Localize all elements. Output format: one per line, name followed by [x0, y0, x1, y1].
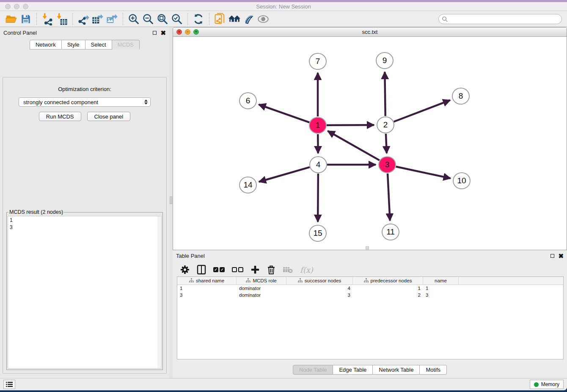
mcds-result-box[interactable]: 1 3 — [8, 216, 162, 369]
tab-mcds[interactable]: MCDS — [112, 40, 140, 50]
tab-network-table[interactable]: Network Table — [373, 365, 420, 375]
table-cell[interactable]: 2 — [353, 293, 423, 298]
graph-node-7[interactable]: 7 — [309, 53, 327, 70]
graph-node-11[interactable]: 11 — [382, 224, 399, 240]
table-row[interactable]: 3dominator323 — [177, 292, 563, 298]
table-cell[interactable]: dominator — [237, 293, 286, 298]
table-cell[interactable]: 3 — [286, 293, 353, 298]
table-cell[interactable]: 1 — [177, 286, 237, 291]
network-window-titlebar[interactable]: × − + scc.txt — [173, 28, 567, 37]
close-window-button[interactable] — [5, 4, 11, 9]
close-table-panel-icon[interactable]: ✖ — [558, 254, 564, 258]
memory-button[interactable]: Memory — [530, 380, 564, 389]
network-canvas[interactable]: 7968124314101511 — [173, 37, 567, 250]
search-field[interactable] — [438, 14, 562, 24]
graph-edge-3-1[interactable] — [328, 131, 379, 160]
maximize-window-button[interactable] — [23, 4, 28, 9]
trash-icon[interactable] — [267, 263, 275, 276]
homes-icon[interactable] — [227, 12, 242, 26]
import-network-icon[interactable] — [40, 12, 55, 26]
column-header-name[interactable]: name — [423, 277, 459, 284]
graph-edge-1-6[interactable] — [259, 105, 309, 122]
tab-edge-table[interactable]: Edge Table — [333, 365, 373, 375]
graph-node-10[interactable]: 10 — [453, 172, 471, 189]
graph-edge-3-11[interactable] — [388, 174, 390, 221]
graph-edge-2-3[interactable] — [386, 134, 387, 153]
graph-node-15[interactable]: 15 — [309, 225, 327, 242]
column-header-predecessor-nodes[interactable]: predecessor nodes — [353, 277, 423, 284]
network-close-button[interactable]: × — [176, 29, 182, 35]
gear-icon[interactable] — [180, 263, 190, 276]
panel-divider[interactable] — [169, 27, 173, 378]
graph-node-2[interactable]: 2 — [377, 116, 394, 133]
zoom-selected-icon[interactable] — [170, 12, 184, 26]
minimize-window-button[interactable] — [14, 4, 19, 9]
node-table[interactable]: shared nameMCDS rolesuccessor nodesprede… — [177, 276, 564, 359]
search-input[interactable] — [448, 15, 561, 23]
column-header-shared-name[interactable]: shared name — [177, 277, 237, 284]
task-history-button[interactable] — [3, 380, 15, 389]
control-panel-tabs: Network Style Select MCDS — [0, 40, 169, 50]
graph-node-6[interactable]: 6 — [239, 92, 257, 109]
canvas-grip-icon[interactable] — [366, 246, 369, 249]
export-network-icon[interactable] — [76, 12, 91, 26]
graph-edge-3-10[interactable] — [396, 166, 451, 178]
eye-icon[interactable] — [256, 12, 270, 26]
table-cell[interactable]: 3 — [177, 293, 237, 298]
close-panel-button[interactable]: Close panel — [87, 112, 131, 121]
graph-node-3[interactable]: 3 — [378, 156, 396, 173]
table-row[interactable]: 1dominator411 — [177, 285, 563, 292]
run-mcds-button[interactable]: Run MCDS — [39, 112, 81, 121]
column-header-successor-nodes[interactable]: successor nodes — [286, 277, 353, 284]
table-cell[interactable]: 4 — [286, 286, 353, 291]
refresh-icon[interactable] — [191, 12, 206, 26]
memory-status-icon — [534, 382, 539, 387]
criterion-select[interactable]: strongly connected component — [19, 97, 151, 107]
add-icon[interactable] — [250, 263, 260, 276]
graph-node-9[interactable]: 9 — [376, 52, 394, 69]
zoom-out-icon[interactable] — [141, 12, 155, 26]
deselect-all-icon[interactable] — [232, 267, 243, 272]
graph-edge-1-2[interactable] — [327, 125, 374, 125]
export-image-icon[interactable] — [105, 12, 119, 26]
column-header-MCDS-role[interactable]: MCDS role — [237, 277, 286, 284]
tab-motifs[interactable]: Motifs — [420, 365, 447, 375]
table-cell[interactable]: dominator — [237, 286, 286, 291]
network-maximize-button[interactable]: + — [193, 29, 199, 35]
save-icon[interactable] — [19, 12, 33, 26]
tab-select[interactable]: Select — [85, 40, 112, 50]
float-table-panel-icon[interactable] — [550, 254, 554, 258]
graph-node-8[interactable]: 8 — [452, 88, 470, 105]
tab-node-table[interactable]: Node Table — [293, 365, 333, 375]
graph-node-1[interactable]: 1 — [309, 117, 327, 134]
result-scrollbar[interactable] — [157, 216, 161, 368]
graph-edge-4-15[interactable] — [318, 174, 318, 222]
import-table-icon[interactable] — [55, 12, 69, 26]
tab-style[interactable]: Style — [62, 40, 85, 50]
network-window-title: scc.txt — [362, 29, 378, 35]
columns-icon[interactable] — [197, 263, 206, 276]
zoom-in-icon[interactable] — [127, 12, 141, 26]
graph-edge-2-9[interactable] — [385, 72, 385, 116]
style-brush-icon[interactable] — [242, 12, 256, 26]
table-panel-title: Table Panel — [176, 253, 205, 259]
table-cell[interactable]: 3 — [423, 293, 459, 298]
close-panel-icon[interactable]: ✖ — [160, 31, 166, 35]
table-cell[interactable]: 1 — [423, 286, 459, 291]
open-folder-icon[interactable] — [4, 12, 19, 26]
document-network-icon[interactable] — [213, 12, 227, 26]
graph-edge-2-8[interactable] — [394, 100, 450, 122]
table-cell[interactable]: 1 — [353, 286, 423, 291]
float-panel-icon[interactable] — [153, 31, 157, 35]
zoom-fit-icon[interactable] — [155, 12, 170, 26]
graph-edge-4-14[interactable] — [259, 167, 310, 182]
window-controls[interactable] — [5, 4, 28, 9]
divider-grip-icon[interactable] — [170, 196, 172, 204]
export-table-icon[interactable] — [91, 12, 105, 26]
graph-node-4[interactable]: 4 — [309, 156, 327, 173]
graph-node-14[interactable]: 14 — [239, 177, 257, 193]
table-header-row[interactable]: shared nameMCDS rolesuccessor nodesprede… — [177, 277, 563, 285]
select-all-icon[interactable]: ✓✓ — [213, 267, 225, 272]
network-minimize-button[interactable]: − — [185, 29, 190, 35]
tab-network[interactable]: Network — [30, 40, 62, 50]
